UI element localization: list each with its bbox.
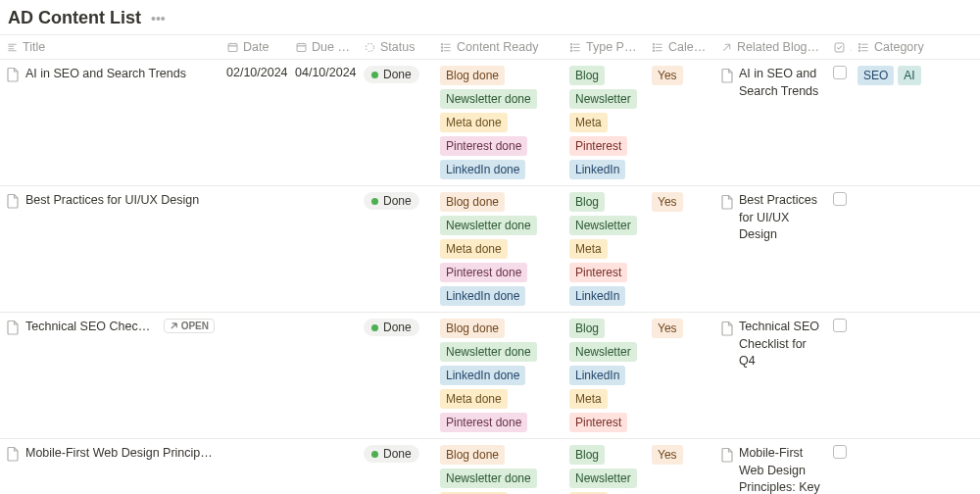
title-cell[interactable]: Technical SEO Checklist for Q4OPEN bbox=[6, 319, 215, 336]
svg-point-9 bbox=[653, 44, 654, 45]
related-cell[interactable]: Best Practices for UI/UX Design bbox=[714, 186, 827, 313]
title-cell[interactable]: Mobile-First Web Design Principles: Key … bbox=[6, 445, 215, 463]
related-cell[interactable]: Mobile-First Web Design Principles: Key … bbox=[714, 439, 827, 494]
calendar-cell[interactable]: Yes bbox=[646, 439, 714, 494]
svg-rect-12 bbox=[835, 43, 844, 52]
svg-point-2 bbox=[366, 44, 373, 52]
svg-rect-1 bbox=[297, 44, 306, 52]
status-cell[interactable]: Done bbox=[358, 439, 434, 494]
date-cell[interactable] bbox=[220, 313, 289, 439]
due-date-cell[interactable] bbox=[289, 439, 358, 494]
svg-point-8 bbox=[570, 50, 571, 51]
tag: Pinterest bbox=[569, 413, 627, 432]
due-date-cell[interactable] bbox=[289, 186, 358, 313]
checkbox[interactable] bbox=[833, 319, 847, 332]
date-cell[interactable] bbox=[220, 439, 289, 494]
due-date-cell[interactable]: 04/10/2024 bbox=[289, 60, 358, 186]
category-cell[interactable]: SEOAI bbox=[852, 60, 980, 186]
content-ready-cell[interactable]: Blog doneNewsletter doneLinkedIn doneMet… bbox=[434, 313, 564, 439]
tag: LinkedIn done bbox=[440, 366, 525, 385]
content-ready-cell[interactable]: Blog doneNewsletter doneMeta donePintere… bbox=[434, 60, 564, 186]
svg-point-11 bbox=[653, 50, 654, 51]
checkbox[interactable] bbox=[833, 192, 847, 206]
table-row[interactable]: AI in SEO and Search Trends02/10/202404/… bbox=[0, 60, 980, 186]
tag: Newsletter bbox=[569, 342, 637, 362]
tag: Pinterest bbox=[569, 136, 627, 156]
due-date-cell[interactable] bbox=[289, 313, 358, 439]
type-publish-cell[interactable]: BlogNewsletterMetaPinterestLinkedIn bbox=[564, 186, 646, 313]
checkbox-cell[interactable] bbox=[827, 60, 852, 186]
col-content-ready[interactable]: Content Ready bbox=[434, 35, 564, 60]
calendar-cell[interactable]: Yes bbox=[646, 60, 714, 186]
tag: Meta bbox=[569, 113, 608, 132]
status-cell[interactable]: Done bbox=[358, 313, 434, 439]
table-row[interactable]: Technical SEO Checklist for Q4OPENDoneBl… bbox=[0, 313, 980, 439]
page-icon bbox=[720, 68, 734, 83]
tag: Blog done bbox=[440, 445, 505, 465]
col-due-date[interactable]: Due Date bbox=[289, 35, 358, 60]
col-title[interactable]: Title bbox=[0, 35, 220, 60]
date-cell[interactable]: 02/10/2024 bbox=[220, 60, 289, 186]
svg-rect-0 bbox=[228, 44, 237, 52]
type-publish-cell[interactable]: BlogNewsletterMetaPinterestLinkedIn bbox=[564, 60, 646, 186]
tag: Newsletter done bbox=[440, 469, 537, 488]
svg-point-3 bbox=[441, 44, 442, 45]
relation-icon bbox=[720, 41, 733, 54]
calendar-cell[interactable]: Yes bbox=[646, 313, 714, 439]
tag: Blog bbox=[569, 66, 605, 85]
open-button[interactable]: OPEN bbox=[164, 319, 215, 333]
title-cell[interactable]: Best Practices for UI/UX Design bbox=[6, 192, 215, 210]
date-cell[interactable] bbox=[220, 186, 289, 313]
row-title: Best Practices for UI/UX Design bbox=[25, 192, 199, 210]
col-status[interactable]: Status bbox=[358, 35, 434, 60]
related-cell[interactable]: Technical SEO Checklist for Q4 bbox=[714, 313, 827, 439]
svg-point-7 bbox=[570, 47, 571, 48]
status-badge: Done bbox=[364, 319, 419, 336]
checkbox-cell[interactable] bbox=[827, 186, 852, 313]
tag: Blog done bbox=[440, 192, 505, 212]
calendar-cell[interactable]: Yes bbox=[646, 186, 714, 313]
table-row[interactable]: Best Practices for UI/UX DesignDoneBlog … bbox=[0, 186, 980, 313]
col-calendar[interactable]: Calendar? bbox=[646, 35, 714, 60]
checkbox[interactable] bbox=[833, 445, 847, 459]
page-title: AD Content List bbox=[8, 8, 141, 28]
tag: Pinterest bbox=[569, 263, 627, 282]
tag: Newsletter done bbox=[440, 342, 537, 362]
more-icon[interactable]: ••• bbox=[147, 9, 170, 28]
page-icon bbox=[6, 446, 20, 462]
tag: Yes bbox=[652, 319, 683, 338]
col-type-publish[interactable]: Type Publis... bbox=[564, 35, 646, 60]
related-title: AI in SEO and Search Trends bbox=[739, 66, 821, 100]
col-date[interactable]: Date bbox=[220, 35, 289, 60]
content-table: Title Date Due Date Status Content Ready… bbox=[0, 34, 980, 494]
checkbox-cell[interactable] bbox=[827, 439, 852, 494]
title-cell[interactable]: AI in SEO and Search Trends bbox=[6, 66, 215, 83]
related-cell[interactable]: AI in SEO and Search Trends bbox=[714, 60, 827, 186]
tag: Newsletter done bbox=[440, 216, 537, 235]
status-cell[interactable]: Done bbox=[358, 186, 434, 313]
checkbox-icon bbox=[833, 41, 846, 54]
checkbox-cell[interactable] bbox=[827, 313, 852, 439]
tag: Pinterest done bbox=[440, 413, 527, 432]
svg-point-6 bbox=[570, 44, 571, 45]
col-category[interactable]: Category bbox=[852, 35, 980, 60]
content-ready-cell[interactable]: Blog doneNewsletter doneMeta donePintere… bbox=[434, 186, 564, 313]
tag: Yes bbox=[652, 66, 683, 85]
status-cell[interactable]: Done bbox=[358, 60, 434, 186]
tag: Blog bbox=[569, 192, 605, 212]
type-publish-cell[interactable]: BlogNewsletterMetaPinterestLinkedIn bbox=[564, 439, 646, 494]
list-icon bbox=[569, 41, 582, 54]
col-checkbox[interactable] bbox=[827, 35, 852, 60]
table-header-row: Title Date Due Date Status Content Ready… bbox=[0, 35, 980, 60]
type-publish-cell[interactable]: BlogNewsletterLinkedInMetaPinterest bbox=[564, 313, 646, 439]
checkbox[interactable] bbox=[833, 66, 847, 79]
status-icon bbox=[364, 41, 376, 54]
category-cell[interactable] bbox=[852, 313, 980, 439]
col-related[interactable]: Related Blog Post bbox=[714, 35, 827, 60]
table-row[interactable]: Mobile-First Web Design Principles: Key … bbox=[0, 439, 980, 494]
tag: Yes bbox=[652, 192, 683, 212]
category-cell[interactable] bbox=[852, 186, 980, 313]
content-ready-cell[interactable]: Blog doneNewsletter doneMeta donePintere… bbox=[434, 439, 564, 494]
category-cell[interactable] bbox=[852, 439, 980, 494]
tag: LinkedIn bbox=[569, 286, 625, 306]
